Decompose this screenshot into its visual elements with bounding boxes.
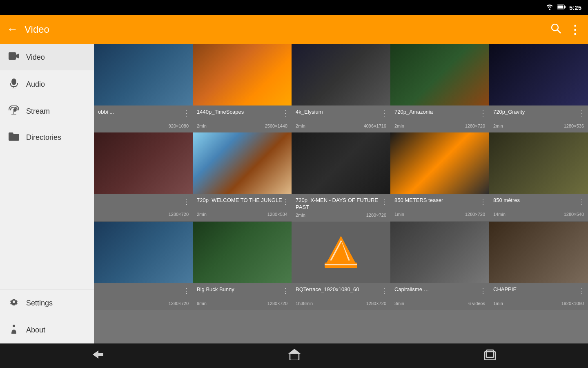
more-options-button[interactable]: ⋮	[569, 23, 581, 36]
video-thumb-partial1	[94, 44, 193, 105]
more-options-chappie[interactable]: ⋮	[578, 286, 586, 295]
more-options-partial1[interactable]: ⋮	[183, 109, 190, 118]
more-options-gravity[interactable]: ⋮	[578, 109, 586, 118]
svg-point-3	[552, 24, 558, 31]
svg-rect-19	[290, 353, 299, 360]
duration-capitalisme: 3min	[394, 301, 404, 306]
time-display: 5:25	[569, 4, 581, 11]
video-meta-partial3: 1280×720	[98, 301, 189, 306]
video-card-elysium[interactable]: 4k_Elysium ⋮ 2min 4096×1716	[292, 44, 390, 132]
video-card-850meters[interactable]: 850 METERS teaser ⋮ 1min 1280×720	[390, 132, 489, 222]
video-card-gravity[interactable]: 720p_Gravity ⋮ 2min 1280×536	[489, 44, 588, 132]
video-card-bqterrace[interactable]: BQTerrace_1920x1080_60 ⋮ 1h38min 1280×72…	[292, 222, 390, 310]
resolution-bqterrace: 1280×720	[366, 301, 386, 306]
video-meta-850meters: 1min 1280×720	[394, 212, 485, 217]
more-options-bigbuck[interactable]: ⋮	[282, 286, 289, 295]
video-info-bigbuck: Big Buck Bunny ⋮ 9min 1280×720	[193, 283, 292, 310]
nav-recent-button[interactable]	[484, 349, 496, 363]
more-options-850metres[interactable]: ⋮	[578, 197, 586, 206]
more-options-partial2[interactable]: ⋮	[183, 197, 190, 206]
video-thumb-partial3	[94, 222, 193, 283]
video-title-elysium: 4k_Elysium	[296, 109, 386, 122]
nav-back-button[interactable]	[92, 349, 105, 363]
video-thumb-gravity	[489, 44, 588, 105]
sidebar-item-audio[interactable]: Audio	[0, 70, 94, 98]
video-meta-partial2: 1280×720	[98, 212, 189, 217]
duration-jungle: 2min	[197, 212, 207, 217]
video-title-xmen: 720p_X-MEN - DAYS OF FUTURE PAST	[296, 197, 386, 211]
svg-marker-18	[93, 350, 103, 359]
video-card-jungle[interactable]: 720p_WELCOME TO THE JUNGLE ⋮ 2min 1280×5…	[193, 132, 292, 222]
video-info-chappie: CHAPPIE ⋮ 1min 1920×1080	[489, 283, 588, 310]
more-options-amazonia[interactable]: ⋮	[479, 109, 487, 118]
more-options-bqterrace[interactable]: ⋮	[381, 286, 388, 295]
svg-line-4	[557, 30, 561, 33]
video-card-850metres[interactable]: 850 mètres ⋮ 14min 1280×540	[489, 132, 588, 222]
main-content: obbi ... ⋮ 920×1080 1440p_TimeScapes ⋮ 2…	[94, 44, 588, 343]
video-thumb-bqterrace	[292, 222, 390, 283]
resolution-gravity: 1280×536	[564, 123, 584, 128]
video-meta-capitalisme: 3min 6 videos	[394, 301, 485, 306]
video-info-timescapes: 1440p_TimeScapes ⋮ 2min 2560×1440	[193, 105, 292, 132]
sidebar-label-settings: Settings	[26, 299, 53, 307]
video-info-capitalisme: Capitalisme … ⋮ 3min 6 videos	[390, 283, 489, 310]
video-meta-bigbuck: 9min 1280×720	[197, 301, 287, 306]
duration-850meters: 1min	[394, 212, 404, 217]
video-card-chappie[interactable]: CHAPPIE ⋮ 1min 1920×1080	[489, 222, 588, 310]
sidebar-item-video[interactable]: Video	[0, 44, 94, 70]
video-card-partial3[interactable]: ⋮ 1280×720	[94, 222, 193, 310]
duration-timescapes: 2min	[197, 123, 207, 128]
video-card-capitalisme[interactable]: Capitalisme … ⋮ 3min 6 videos	[390, 222, 489, 310]
video-card-partial1[interactable]: obbi ... ⋮ 920×1080	[94, 44, 193, 132]
sidebar-item-stream[interactable]: Stream	[0, 98, 94, 124]
resolution-850meters: 1280×720	[465, 212, 485, 217]
video-info-xmen: 720p_X-MEN - DAYS OF FUTURE PAST ⋮ 2min …	[292, 194, 390, 222]
video-meta-partial1: 920×1080	[98, 123, 189, 128]
more-options-850meters[interactable]: ⋮	[479, 197, 487, 206]
more-options-elysium[interactable]: ⋮	[381, 109, 388, 118]
app-bar-icons: ⋮	[550, 23, 581, 36]
nav-home-button[interactable]	[288, 349, 301, 363]
more-options-capitalisme[interactable]: ⋮	[479, 286, 487, 295]
video-meta-chappie: 1min 1920×1080	[493, 301, 584, 306]
video-title-850meters: 850 METERS teaser	[394, 197, 485, 210]
audio-icon	[8, 78, 20, 91]
more-options-xmen[interactable]: ⋮	[381, 197, 388, 206]
duration-bqterrace: 1h38min	[296, 301, 313, 306]
video-card-timescapes[interactable]: 1440p_TimeScapes ⋮ 2min 2560×1440	[193, 44, 292, 132]
video-title-bigbuck: Big Buck Bunny	[197, 286, 287, 299]
video-thumb-partial2	[94, 132, 193, 194]
more-options-jungle[interactable]: ⋮	[282, 197, 289, 206]
search-button[interactable]	[550, 23, 561, 36]
video-thumb-timescapes	[193, 44, 292, 105]
video-meta-timescapes: 2min 2560×1440	[197, 123, 287, 128]
video-title-partial1: obbi ...	[98, 109, 189, 122]
svg-rect-5	[9, 52, 16, 60]
svg-point-12	[13, 325, 15, 327]
video-info-gravity: 720p_Gravity ⋮ 2min 1280×536	[489, 105, 588, 132]
video-title-jungle: 720p_WELCOME TO THE JUNGLE	[197, 197, 287, 210]
sidebar-label-video: Video	[26, 53, 45, 62]
wifi-icon	[546, 4, 554, 11]
video-meta-amazonia: 2min 1280×720	[394, 123, 485, 128]
resolution-capitalisme: 6 videos	[468, 301, 485, 306]
back-button[interactable]: ←	[7, 23, 18, 36]
resolution-partial2: 1280×720	[169, 212, 189, 217]
video-card-xmen[interactable]: 720p_X-MEN - DAYS OF FUTURE PAST ⋮ 2min …	[292, 132, 390, 222]
sidebar-item-directories[interactable]: Directories	[0, 124, 94, 150]
video-card-partial2[interactable]: ⋮ 1280×720	[94, 132, 193, 222]
more-options-timescapes[interactable]: ⋮	[282, 109, 289, 118]
svg-rect-1	[557, 5, 563, 8]
svg-rect-16	[325, 263, 357, 268]
svg-marker-6	[16, 54, 19, 58]
sidebar-item-settings[interactable]: Settings	[0, 289, 94, 316]
sidebar-item-about[interactable]: About	[0, 316, 94, 343]
resolution-partial3: 1280×720	[169, 301, 189, 306]
video-thumb-chappie	[489, 222, 588, 283]
duration-amazonia: 2min	[394, 123, 404, 128]
video-thumb-bigbuck	[193, 222, 292, 283]
more-options-partial3[interactable]: ⋮	[183, 286, 190, 295]
video-card-amazonia[interactable]: 720p_Amazonia ⋮ 2min 1280×720	[390, 44, 489, 132]
video-card-bigbuck[interactable]: Big Buck Bunny ⋮ 9min 1280×720	[193, 222, 292, 310]
resolution-850metres: 1280×540	[564, 212, 584, 217]
